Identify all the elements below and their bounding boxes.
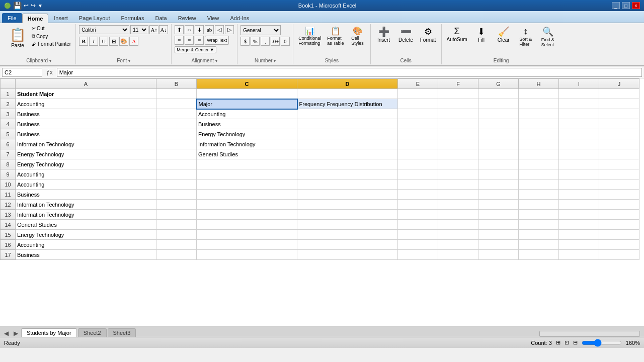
cell-styles-btn[interactable]: 🎨 CellStyles (348, 25, 367, 47)
cell-C13[interactable] (197, 210, 297, 220)
tab-view[interactable]: View (202, 13, 225, 23)
cell-F14[interactable] (438, 220, 478, 230)
cell-J12[interactable] (599, 200, 639, 210)
cell-J3[interactable] (599, 109, 639, 119)
cell-G16[interactable] (478, 240, 519, 250)
cut-button[interactable]: ✂ Cut (30, 25, 72, 32)
maximize-button[interactable]: □ (622, 2, 630, 9)
view-normal-btn[interactable]: ⊞ (556, 339, 560, 346)
cell-E5[interactable] (398, 129, 438, 139)
cell-H4[interactable] (519, 119, 559, 129)
cell-A11[interactable]: Business (16, 190, 156, 200)
cell-G2[interactable] (478, 99, 519, 109)
row-header-8[interactable]: 8 (1, 159, 16, 169)
minimize-button[interactable]: _ (612, 2, 620, 9)
cell-E9[interactable] (398, 169, 438, 179)
cell-D13[interactable] (297, 210, 398, 220)
cell-I2[interactable] (559, 99, 599, 109)
font-size-select[interactable]: 11 (130, 25, 148, 34)
cell-I5[interactable] (559, 129, 599, 139)
cell-C2[interactable]: Major (197, 99, 297, 109)
format-as-table-btn[interactable]: 📋 Formatas Table (325, 25, 346, 47)
cell-B10[interactable] (156, 179, 197, 190)
tab-page-layout[interactable]: Page Layout (73, 13, 116, 23)
auto-sum-btn[interactable]: Σ AutoSum (445, 25, 469, 43)
cell-B5[interactable] (156, 129, 197, 139)
tab-review[interactable]: Review (173, 13, 202, 23)
cell-G8[interactable] (478, 159, 519, 169)
cell-F8[interactable] (438, 159, 478, 169)
view-page-break-btn[interactable]: ⊟ (573, 339, 578, 346)
row-header-12[interactable]: 12 (1, 200, 16, 210)
cell-F4[interactable] (438, 119, 478, 129)
cell-G6[interactable] (478, 139, 519, 149)
formula-input[interactable] (57, 68, 642, 77)
cell-I17[interactable] (559, 250, 599, 260)
cell-I12[interactable] (559, 200, 599, 210)
row-header-2[interactable]: 2 (1, 99, 16, 109)
clear-btn[interactable]: 🧹 Clear (494, 25, 514, 44)
wrap-text-btn[interactable]: Wrap Text (205, 36, 229, 45)
cell-C17[interactable] (197, 250, 297, 260)
cell-J2[interactable] (599, 99, 639, 109)
col-header-b[interactable]: B (156, 79, 197, 89)
row-header-13[interactable]: 13 (1, 210, 16, 220)
row-header-10[interactable]: 10 (1, 179, 16, 190)
cell-E12[interactable] (398, 200, 438, 210)
view-layout-btn[interactable]: ⊡ (565, 339, 569, 346)
cell-D12[interactable] (297, 200, 398, 210)
cell-G10[interactable] (478, 179, 519, 190)
align-center-btn[interactable]: ≡ (185, 36, 194, 45)
cell-H12[interactable] (519, 200, 559, 210)
cell-D7[interactable] (297, 149, 398, 159)
fill-color-button[interactable]: 🎨 (119, 37, 128, 46)
cell-B13[interactable] (156, 210, 197, 220)
sheet-tab-students[interactable]: Students by Major (21, 328, 77, 337)
cell-H1[interactable] (519, 89, 559, 99)
cell-G5[interactable] (478, 129, 519, 139)
cell-J16[interactable] (599, 240, 639, 250)
cell-A5[interactable]: Business (16, 129, 156, 139)
cell-E11[interactable] (398, 190, 438, 200)
font-name-select[interactable]: Calibri (79, 25, 129, 34)
sheet-tab-3[interactable]: Sheet3 (108, 328, 136, 337)
cell-D3[interactable] (297, 109, 398, 119)
cell-H7[interactable] (519, 149, 559, 159)
cell-I7[interactable] (559, 149, 599, 159)
cell-E13[interactable] (398, 210, 438, 220)
cell-J9[interactable] (599, 169, 639, 179)
cell-G4[interactable] (478, 119, 519, 129)
align-top-btn[interactable]: ⬆ (175, 25, 184, 34)
cell-B16[interactable] (156, 240, 197, 250)
cell-B3[interactable] (156, 109, 197, 119)
row-header-15[interactable]: 15 (1, 230, 16, 240)
cell-H8[interactable] (519, 159, 559, 169)
cell-I11[interactable] (559, 190, 599, 200)
cell-B15[interactable] (156, 230, 197, 240)
cell-I15[interactable] (559, 230, 599, 240)
cell-J11[interactable] (599, 190, 639, 200)
sheet-tab-2[interactable]: Sheet2 (78, 328, 107, 337)
cell-C8[interactable] (197, 159, 297, 169)
quick-access-undo[interactable]: ↩ (24, 2, 29, 9)
col-header-d[interactable]: D (297, 79, 398, 89)
horizontal-scrollbar-area[interactable] (539, 331, 640, 337)
cell-G13[interactable] (478, 210, 519, 220)
text-direction-btn[interactable]: ab (205, 25, 214, 34)
cell-A16[interactable]: Accounting (16, 240, 156, 250)
cell-F6[interactable] (438, 139, 478, 149)
cell-C11[interactable] (197, 190, 297, 200)
cell-E15[interactable] (398, 230, 438, 240)
sort-filter-btn[interactable]: ↕ Sort &Filter (516, 25, 536, 48)
cell-A10[interactable]: Accounting (16, 179, 156, 190)
cell-J17[interactable] (599, 250, 639, 260)
font-color-button[interactable]: A (129, 37, 138, 46)
cell-F15[interactable] (438, 230, 478, 240)
close-button[interactable]: × (632, 2, 640, 9)
cell-F17[interactable] (438, 250, 478, 260)
cell-F16[interactable] (438, 240, 478, 250)
cell-B2[interactable] (156, 99, 197, 109)
sheet-nav-next[interactable]: ▶ (12, 330, 20, 337)
underline-button[interactable]: U (99, 37, 108, 46)
col-header-j[interactable]: J (599, 79, 639, 89)
